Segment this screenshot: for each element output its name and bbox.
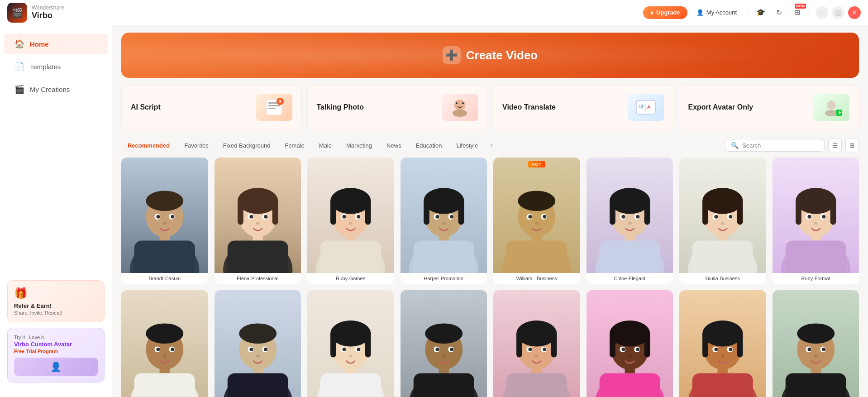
sidebar-item-creations-label: My Creations xyxy=(30,86,70,93)
tab-lifestyle[interactable]: Lifestyle xyxy=(450,139,484,152)
tab-education[interactable]: Education xyxy=(410,139,448,152)
avatar-card-brandt[interactable]: Brandt-Casual xyxy=(121,158,208,284)
avatar-name-giulia: Giulia-Business xyxy=(679,273,766,284)
promo-refer-subtitle: Share, Invite, Repeat! xyxy=(14,310,98,316)
avatar-card-gabriel[interactable]: Gabriel-Business xyxy=(215,290,301,397)
maximize-button[interactable]: ⬜ xyxy=(832,6,844,19)
avatar-card-giulia[interactable]: Giulia-Business xyxy=(679,158,766,284)
sidebar-item-home[interactable]: 🏠 Home xyxy=(4,33,108,54)
upgrade-button[interactable]: ♦ Upgrade xyxy=(643,6,687,19)
sidebar: 🏠 Home 📄 Templates 🎬 My Creations 🎁 Refe… xyxy=(0,25,112,397)
tab-row: Recommended Favorites Fixed Background F… xyxy=(121,139,859,152)
promo-refer-title: Refer & Earn! xyxy=(14,302,98,309)
avatar-name-ruby-f: Ruby-Formal xyxy=(773,273,859,284)
tab-recommended[interactable]: Recommended xyxy=(121,139,176,152)
svg-point-101 xyxy=(796,188,836,214)
avatar-card-elena[interactable]: Elena-Professional xyxy=(215,158,301,284)
sidebar-item-templates[interactable]: 📄 Templates xyxy=(4,56,108,77)
avatar-name-william: William - Business xyxy=(493,273,580,284)
avatar-card-john[interactable]: John-Marketer xyxy=(401,290,487,397)
divider2 xyxy=(810,7,810,18)
tab-news[interactable]: News xyxy=(380,139,408,152)
svg-point-133 xyxy=(330,320,371,346)
svg-point-113 xyxy=(146,324,183,344)
feature-cards-row: AI Script A Talking Photo Video Translat… xyxy=(121,85,859,129)
svg-point-149 xyxy=(450,348,453,351)
learn-button[interactable]: 🎓 xyxy=(754,5,768,20)
svg-rect-97 xyxy=(692,241,753,273)
create-video-banner[interactable]: ➕ Create Video xyxy=(121,33,859,78)
svg-point-162 xyxy=(535,354,539,357)
avatar-card-william[interactable]: HOT Wi xyxy=(493,158,580,284)
create-icon: ➕ xyxy=(443,46,461,64)
svg-rect-3 xyxy=(268,108,276,109)
promo-card-avatar[interactable]: Try it , Love it. Virbo Custom Avatar Fr… xyxy=(7,328,105,383)
avatar-card-amara[interactable]: Amara - Traditional xyxy=(679,290,766,397)
tab-female[interactable]: Female xyxy=(278,139,310,152)
templates-icon: 📄 xyxy=(14,62,24,72)
avatar-card-contee[interactable]: Contee-Leisure xyxy=(587,290,673,397)
avatar-img-elena xyxy=(215,158,301,273)
tab-chevron-right[interactable]: › xyxy=(486,140,497,151)
svg-point-184 xyxy=(714,348,718,351)
promo-avatar-highlight: Free Trial Program xyxy=(14,349,98,354)
svg-rect-187 xyxy=(692,373,753,397)
avatar-card-harper-p[interactable]: Harper-Promotion xyxy=(401,158,487,284)
svg-rect-79 xyxy=(644,200,650,225)
tab-fixed-background[interactable]: Fixed Background xyxy=(217,139,277,152)
svg-text:译: 译 xyxy=(639,104,644,110)
tab-male[interactable]: Male xyxy=(313,139,338,152)
svg-point-26 xyxy=(163,222,167,225)
avatar-img-ruby-g xyxy=(307,158,394,273)
close-button[interactable]: ✕ xyxy=(848,6,861,19)
tab-marketing[interactable]: Marketing xyxy=(340,139,378,152)
svg-point-108 xyxy=(814,222,817,225)
account-button[interactable]: 👤 My Account xyxy=(691,6,742,19)
avatar-card-mina[interactable]: Mina - Hanfu xyxy=(307,290,394,397)
feature-card-ai-script[interactable]: AI Script A xyxy=(121,85,302,129)
svg-point-89 xyxy=(702,188,743,214)
avatar-card-ruby-g[interactable]: Ruby-Games xyxy=(307,158,394,284)
svg-point-77 xyxy=(610,188,650,214)
feature-card-export-avatar[interactable]: Export Avatar Only xyxy=(679,85,859,129)
view-toggle-list[interactable]: ☰ xyxy=(828,139,842,152)
svg-point-140 xyxy=(349,354,353,357)
promo-card-refer[interactable]: 🎁 Refer & Earn! Share, Invite, Repeat! xyxy=(7,280,105,322)
svg-rect-63 xyxy=(413,241,474,273)
avatar-card-chloe[interactable]: Chloe-Elegant xyxy=(587,158,673,284)
avatar-card-arjun[interactable]: Arjun - Araber xyxy=(121,290,208,397)
svg-rect-32 xyxy=(238,200,243,225)
search-icon: 🔍 xyxy=(731,142,739,149)
avatar-card-harper-n[interactable]: Harper - News Anchor xyxy=(493,290,580,397)
account-icon: 👤 xyxy=(696,9,704,16)
svg-point-37 xyxy=(264,215,267,219)
view-toggle-grid[interactable]: ⊞ xyxy=(845,139,859,152)
search-input[interactable] xyxy=(742,142,819,149)
svg-rect-78 xyxy=(610,200,615,225)
apps-button[interactable]: ⊞ NEW xyxy=(790,5,804,20)
sidebar-item-creations[interactable]: 🎬 My Creations xyxy=(4,79,108,100)
tab-favorites[interactable]: Favorites xyxy=(178,139,215,152)
svg-point-116 xyxy=(156,348,160,351)
feature-card-video-translate[interactable]: Video Translate 译A xyxy=(493,85,673,129)
help-button[interactable]: ↻ xyxy=(772,5,786,20)
svg-point-94 xyxy=(714,215,718,219)
avatar-card-noppon[interactable]: Noppon - Fitness xyxy=(773,290,859,397)
svg-rect-168 xyxy=(610,332,615,358)
svg-point-84 xyxy=(628,222,631,225)
avatar-img-brandt xyxy=(121,158,208,273)
svg-point-148 xyxy=(435,348,439,351)
svg-point-185 xyxy=(729,348,732,351)
avatar-img-contee xyxy=(587,290,673,397)
svg-rect-57 xyxy=(458,200,464,225)
svg-rect-102 xyxy=(796,200,801,225)
feature-card-talking-photo[interactable]: Talking Photo xyxy=(307,85,488,129)
svg-rect-51 xyxy=(320,241,381,273)
svg-point-95 xyxy=(729,215,732,219)
avatar-img-arjun xyxy=(121,290,208,397)
avatar-card-ruby-f[interactable]: Ruby-Formal xyxy=(773,158,859,284)
minimize-button[interactable]: — xyxy=(816,6,828,19)
avatar-img-harper-p xyxy=(401,158,487,273)
svg-point-50 xyxy=(349,222,353,225)
home-icon: 🏠 xyxy=(14,39,24,49)
